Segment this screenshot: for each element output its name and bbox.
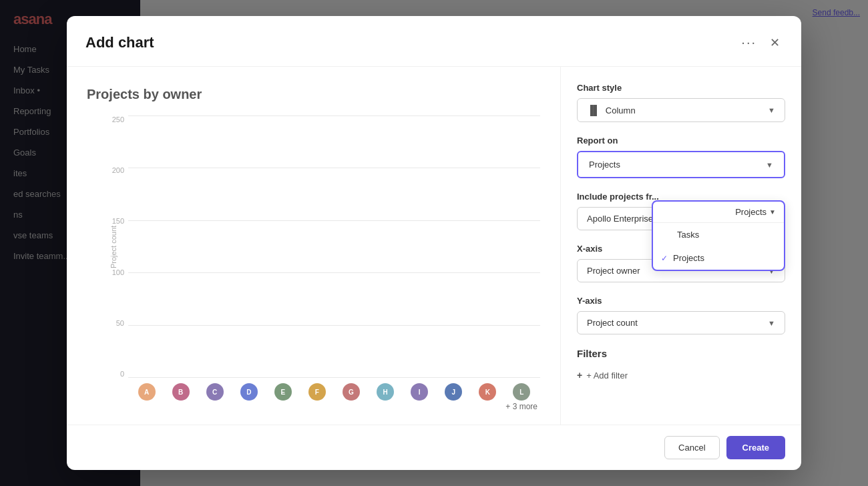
filters-section: Filters + + Add filter — [577, 348, 785, 383]
chart-bars — [128, 115, 540, 378]
y-label-150: 150 — [112, 217, 124, 225]
dropdown-chevron-icon: ▼ — [769, 208, 776, 216]
avatar-8: H — [370, 383, 401, 401]
modal-more-button[interactable]: ··· — [738, 32, 759, 53]
add-chart-modal: Add chart ··· ✕ Projects by owner Projec… — [67, 16, 801, 470]
projects-check-icon: ✓ — [661, 254, 668, 263]
chart-style-group: Chart style ▐▌ Column ▼ — [577, 83, 785, 122]
avatar-3: C — [199, 383, 230, 401]
dropdown-header: Projects ▼ — [653, 202, 784, 223]
avatar-11: K — [472, 383, 503, 401]
y-axis-chevron-icon: ▼ — [768, 319, 775, 327]
avatar-10: J — [438, 383, 469, 401]
dropdown-item-tasks[interactable]: Tasks — [653, 223, 784, 246]
cancel-button[interactable]: Cancel — [664, 436, 719, 459]
add-filter-label: + Add filter — [586, 371, 628, 381]
y-axis-select[interactable]: Project count ▼ — [577, 311, 785, 334]
avatar-2: B — [165, 383, 196, 401]
chart-container: Project count 250 200 150 100 50 0 — [87, 115, 540, 411]
chart-style-chevron-icon: ▼ — [768, 106, 775, 114]
dropdown-item-projects[interactable]: ✓ Projects — [653, 246, 784, 270]
create-button[interactable]: Create — [726, 436, 785, 459]
report-on-label: Report on — [577, 136, 785, 146]
y-label-100: 100 — [112, 268, 124, 276]
chart-style-icon: ▐▌ — [587, 105, 600, 115]
chart-section: Projects by owner Project count 250 200 … — [67, 67, 561, 425]
include-projects-value: Apollo Enterprise... — [587, 214, 660, 224]
chart-style-label: Chart style — [577, 83, 785, 93]
right-panel: Chart style ▐▌ Column ▼ Report on — [561, 67, 801, 425]
modal-close-button[interactable]: ✕ — [767, 34, 783, 51]
chart-style-value: Column — [606, 105, 636, 115]
more-label: + 3 more — [505, 402, 537, 411]
chart-plot-area — [128, 115, 540, 378]
dropdown-current-label: Projects — [735, 207, 767, 217]
report-on-group: Report on Projects ▼ — [577, 136, 785, 178]
y-label-200: 200 — [112, 166, 124, 174]
include-projects-label: Include projects fr... — [577, 192, 659, 202]
modal-footer: Cancel Create — [67, 425, 801, 470]
modal-title: Add chart — [85, 34, 154, 51]
avatar-5: E — [267, 383, 298, 401]
y-axis-group: Y-axis Project count ▼ — [577, 296, 785, 334]
modal-overlay: Add chart ··· ✕ Projects by owner Projec… — [0, 0, 868, 486]
dropdown-current-value: Projects ▼ — [735, 207, 776, 217]
avatar-6: F — [301, 383, 333, 401]
avatar-7: G — [335, 383, 367, 401]
report-on-select[interactable]: Projects ▼ — [580, 154, 783, 176]
report-on-value: Projects — [589, 160, 620, 170]
report-on-dropdown: Projects ▼ Tasks ✓ Projects — [652, 200, 785, 271]
chart-avatars-row: A B C D E F G H I J K L — [128, 383, 540, 401]
avatar-12: L — [506, 383, 537, 401]
add-filter-button[interactable]: + + Add filter — [577, 367, 628, 383]
modal-header: Add chart ··· ✕ — [67, 16, 801, 67]
report-on-dropdown-trigger-wrapper: Projects ▼ — [577, 151, 785, 178]
avatar-4: D — [233, 383, 264, 401]
y-label-50: 50 — [116, 319, 124, 327]
x-axis-value: Project owner — [587, 266, 640, 276]
y-label-0: 0 — [120, 370, 124, 378]
avatar-9: I — [404, 383, 435, 401]
modal-header-actions: ··· ✕ — [738, 32, 783, 53]
dropdown-tasks-label: Tasks — [677, 230, 699, 240]
y-label-250: 250 — [112, 115, 124, 124]
add-filter-icon: + — [577, 370, 582, 381]
chart-title: Projects by owner — [87, 87, 540, 102]
y-axis-value: Project count — [587, 318, 638, 328]
report-on-chevron-icon: ▼ — [766, 161, 773, 169]
modal-body: Projects by owner Project count 250 200 … — [67, 67, 801, 425]
chart-style-select[interactable]: ▐▌ Column ▼ — [577, 98, 785, 122]
dropdown-projects-label: Projects — [673, 253, 704, 263]
avatar-1: A — [131, 383, 162, 401]
y-axis-label-right: Y-axis — [577, 296, 785, 306]
filters-title: Filters — [577, 348, 785, 359]
